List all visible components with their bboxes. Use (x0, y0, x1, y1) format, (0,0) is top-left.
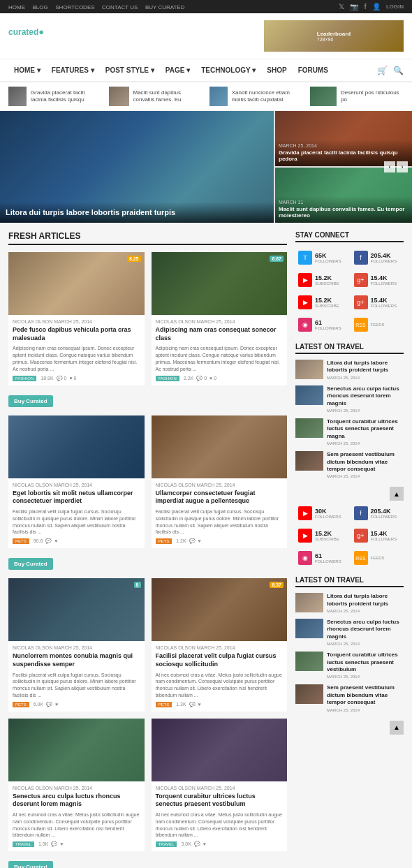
article-meta-5: PETS 6.0K 💬♥ (13, 702, 140, 707)
travel2-item-1[interactable]: Litora dui turpis labore lobortis proide… (295, 593, 404, 613)
hero-side-1[interactable]: MARCH 25, 2014 Gravida placerat taciti l… (275, 111, 412, 166)
travel2-thumb-1 (295, 593, 323, 612)
article-tag-4[interactable]: PETS (156, 538, 172, 544)
strip-item-3[interactable]: Xandit nuncionce etiam mollis taciti cup… (209, 87, 303, 106)
hero-side-2[interactable]: MARCH 11 Maclit sunt dapibus convallis f… (275, 168, 412, 223)
article-title-1[interactable]: Pede fusco dapibus vehicula porta cras m… (13, 326, 140, 342)
youtube-label: SUBSCRIBE (315, 281, 339, 286)
social-gplus2[interactable]: g+ 15.4K FOLLOWERS (351, 293, 404, 312)
buy-button-3[interactable]: Buy Curated (8, 861, 53, 868)
article-body-1: NICOLAS OLSON MARCH 25, 2014 Pede fusco … (8, 315, 145, 385)
article-tag-2[interactable]: FASHION (156, 376, 179, 381)
search-icon[interactable]: 🔍 (393, 66, 404, 75)
nav-poststyle[interactable]: POST STYLE ▾ (100, 59, 160, 81)
topnav-shortcodes[interactable]: SHORTCODES (55, 4, 94, 10)
nav-home[interactable]: HOME ▾ (8, 59, 46, 81)
strip-item-4[interactable]: Deserunt pos ridiculous po (310, 87, 404, 106)
article-title-3[interactable]: Eget lobortis sit molit netus ullamcorpe… (13, 490, 140, 506)
travel2-thumb-3 (295, 652, 323, 671)
nav-technology[interactable]: TECHNOLOGY ▾ (196, 59, 261, 81)
topnav-blog[interactable]: BLOG (33, 4, 48, 10)
article-stats-6: 1.3K 💬♥ (176, 702, 201, 707)
article-tag-3[interactable]: PETS (13, 538, 29, 544)
hero-main-title: Litora dui turpis labore lobortis praide… (6, 207, 268, 217)
article-thumb-8[interactable] (152, 719, 288, 781)
article-author-3: NICOLAS OLSON MARCH 25, 2014 (13, 483, 140, 487)
social-rss[interactable]: RSS FEEDS (351, 315, 404, 334)
article-title-5[interactable]: Nunclorrem montes conubia magnis qui sus… (13, 652, 140, 668)
social-yt4[interactable]: ▶ 15.2K SUBSCRIBE (295, 526, 348, 545)
travel-item-2[interactable]: Senectus arcu culpa luctus rhoncus deser… (295, 385, 404, 413)
facebook-icon[interactable]: f (365, 3, 367, 10)
article-title-8[interactable]: Torquent curabitur ultrices luctus senec… (156, 793, 284, 809)
social-instagram[interactable]: ◉ 61 FOLLOWERS (295, 315, 348, 334)
main-nav-right: 🛒 🔍 (377, 66, 404, 75)
article-thumb-7[interactable] (8, 719, 145, 781)
social-facebook[interactable]: f 205.4K FOLLOWERS (351, 248, 404, 267)
article-tag-5[interactable]: PETS (13, 702, 29, 707)
strip-item-2[interactable]: Maclit sunt dapibus convallis fames. Eu (109, 87, 203, 106)
hero-next-button[interactable]: › (397, 161, 408, 172)
article-meta-1: FASHION 18.9K 💬 0 ♥ 0 (13, 376, 140, 381)
article-meta-6: PETS 1.3K 💬♥ (156, 702, 284, 707)
article-thumb-2[interactable]: 6.87 (152, 252, 288, 315)
article-tag-1[interactable]: FASHION (13, 376, 36, 381)
article-thumb-4[interactable] (152, 415, 288, 478)
travel2-thumb-2 (295, 619, 323, 638)
article-tag-7[interactable]: TRAVEL (13, 841, 34, 847)
social-youtube3[interactable]: ▶ 30K FOLLOWERS (295, 503, 348, 523)
strip-thumb-4 (310, 87, 337, 106)
strip-item-1[interactable]: Gravida placerat taciti lacinia facilisi… (8, 87, 102, 106)
social-youtube[interactable]: ▶ 15.2K SUBSCRIBE (295, 270, 348, 290)
buy-button-2[interactable]: Buy Curated (8, 558, 53, 570)
topnav-home[interactable]: HOME (8, 4, 25, 10)
social-gplus[interactable]: g+ 15.4K FOLLOWERS (351, 270, 404, 290)
topnav-contact[interactable]: CONTACT US (102, 4, 138, 10)
travel-item-3[interactable]: Torquent curabitur ultrices luctus senec… (295, 418, 404, 446)
social-rss2[interactable]: RSS FEEDS (351, 548, 404, 568)
hero-main[interactable]: Litora dui turpis labore lobortis praide… (0, 111, 274, 223)
article-title-2[interactable]: Adipiscing nam cras consequat sonecor cl… (156, 326, 284, 342)
hero-prev-button[interactable]: ‹ (384, 161, 395, 172)
article-tag-6[interactable]: PETS (156, 702, 172, 707)
social-ig2[interactable]: ◉ 61 FOLLOWERS (295, 548, 348, 568)
article-thumb-5[interactable]: 8 (8, 578, 145, 641)
nav-features[interactable]: FEATURES ▾ (46, 59, 100, 81)
instagram-icon[interactable]: 📷 (350, 3, 358, 10)
nav-shop[interactable]: SHOP (261, 59, 292, 81)
nav-forums[interactable]: FORUMS (293, 59, 334, 81)
social-gp3[interactable]: g+ 15.4K FOLLOWERS (351, 526, 404, 545)
instagram-social-icon: ◉ (298, 318, 312, 332)
article-thumb-1[interactable]: 8.25 (8, 252, 145, 315)
user-icon[interactable]: 👤 (372, 3, 381, 10)
article-badge-1: 8.25 (127, 256, 141, 262)
scroll-top-button-1[interactable]: ▲ (390, 487, 404, 501)
logo: curated● (8, 27, 44, 45)
travel-item-1[interactable]: Litora dui turpis labore lobortis proide… (295, 360, 404, 380)
travel-item-4[interactable]: Sem praesent vestibulum dictum bibendum … (295, 451, 404, 478)
nav-page[interactable]: PAGE ▾ (160, 59, 196, 81)
buy-button-1[interactable]: Buy Curated (8, 395, 53, 407)
article-tag-8[interactable]: TRAVEL (156, 841, 177, 847)
topnav-buy[interactable]: BUY CURATED (145, 4, 185, 10)
top-bar-nav[interactable]: HOME BLOG SHORTCODES CONTACT US BUY CURA… (8, 3, 190, 10)
login-link[interactable]: LOGIN (386, 3, 404, 10)
social-twitter[interactable]: T 65K FOLLOWERS (295, 248, 348, 267)
cart-icon[interactable]: 🛒 (377, 66, 388, 75)
social-fb2[interactable]: f 205.4K FOLLOWERS (351, 503, 404, 523)
travel2-item-4[interactable]: Sem praesent vestibulum dictum bibendum … (295, 684, 404, 712)
travel2-item-2[interactable]: Senectus arcu culpa luctus rhoncus deser… (295, 619, 404, 646)
twitter-icon[interactable]: 𝕏 (339, 3, 344, 10)
content-left: FRESh ARTICLES 8.25 NICOLAS OLSON MARCH … (8, 231, 287, 868)
strip-text-4: Deserunt pos ridiculous po (341, 89, 404, 104)
article-thumb-6[interactable]: 8.37 (152, 578, 288, 641)
gplus-label: FOLLOWERS (371, 281, 397, 286)
social-youtube2[interactable]: ▶ 15.2K SUBSCRIBE (295, 293, 348, 312)
article-thumb-3[interactable] (8, 415, 145, 478)
article-title-4[interactable]: Ullamcorper consectetuer feugiat imperdi… (156, 490, 284, 506)
article-title-6[interactable]: Facilisi placerat velit culpa fugiat cur… (156, 652, 284, 668)
article-title-7[interactable]: Senectus arcu culpa luctus rhoncus deser… (13, 793, 140, 809)
article-card-3: NICOLAS OLSON MARCH 25, 2014 Eget lobort… (8, 415, 145, 549)
travel2-item-3[interactable]: Torquent curabitur ultrices luctus senec… (295, 652, 404, 679)
scroll-top-button-2[interactable]: ▲ (390, 721, 404, 735)
